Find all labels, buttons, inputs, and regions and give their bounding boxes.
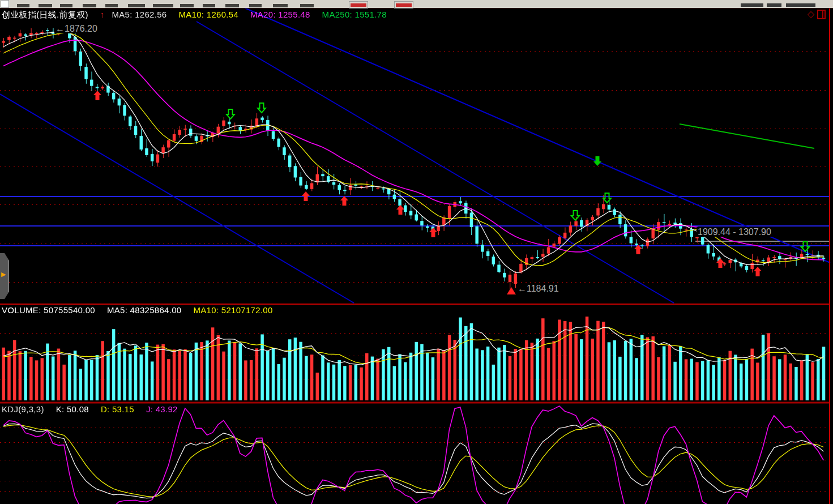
- chart-title: 创业板指(日线.前复权): [2, 10, 88, 19]
- toolbar-clipped-item-red[interactable]: [394, 1, 413, 8]
- main-chart-header: 创业板指(日线.前复权) ↑ MA5: 1262.56 MA10: 1260.5…: [2, 10, 387, 20]
- range-annotation-label: 1909.44 - 1307.90: [697, 227, 772, 237]
- toolbar-clipped-item[interactable]: [225, 4, 239, 7]
- volume-ma5-label[interactable]: MA5:: [107, 305, 127, 315]
- kdj-d-value: 53.15: [112, 404, 134, 414]
- toolbar-clipped-item[interactable]: [60, 4, 72, 7]
- ma20-label[interactable]: MA20:: [250, 10, 276, 19]
- panel-expand-tab[interactable]: ▶: [0, 253, 9, 299]
- ma5-value: 1262.56: [135, 10, 166, 19]
- toolbar: [0, 0, 833, 8]
- trough-price-label: ←1184.91: [516, 284, 560, 293]
- kdj-k-value: 50.08: [67, 404, 89, 414]
- kdj-panel-header: KDJ(9,3,3) K: 50.08 D: 53.15 J: 43.92: [2, 404, 178, 414]
- chart-canvas[interactable]: [0, 0, 833, 504]
- volume-ma10-label[interactable]: MA10:: [193, 305, 219, 315]
- kdj-k-label: K:: [56, 404, 65, 414]
- ma250-label[interactable]: MA250:: [322, 10, 353, 19]
- toolbar-clipped-item[interactable]: [105, 4, 118, 7]
- toolbar-clipped-item[interactable]: [128, 4, 145, 7]
- kdj-j-label: J:: [146, 404, 153, 414]
- toolbar-clipped-item[interactable]: [249, 4, 262, 7]
- expand-arrow-icon: ▶: [1, 271, 6, 277]
- toolbar-clipped-item[interactable]: [17, 4, 29, 7]
- toolbar-clipped-item[interactable]: [153, 4, 173, 7]
- toolbar-clipped-item[interactable]: [741, 3, 763, 7]
- toolbar-clipped-item[interactable]: [767, 3, 781, 7]
- toolbar-clipped-item[interactable]: [180, 4, 194, 7]
- toolbar-clipped-item[interactable]: [83, 4, 96, 7]
- window-icon[interactable]: [817, 10, 826, 19]
- diamond-icon[interactable]: ◇: [808, 10, 814, 19]
- volume-panel-header: VOLUME: 50755540.00 MA5: 48325864.00 MA1…: [2, 305, 273, 315]
- ma250-value: 1551.78: [355, 10, 387, 19]
- ma10-value: 1260.54: [207, 10, 238, 19]
- kdj-j-value: 43.92: [156, 404, 178, 414]
- peak-price-label: ←1876.20: [54, 24, 99, 33]
- ma10-label[interactable]: MA10:: [178, 10, 204, 19]
- volume-value: 50755540.00: [44, 305, 95, 315]
- toolbar-clipped-item[interactable]: [786, 3, 815, 7]
- toolbar-clipped-item[interactable]: [273, 4, 288, 7]
- toolbar-clipped-item[interactable]: [39, 4, 52, 7]
- volume-ma5-value: 48325864.00: [130, 305, 182, 315]
- toolbar-clipped-item[interactable]: [203, 4, 215, 7]
- pane-controls: ◇: [808, 9, 826, 19]
- toolbar-logo-box[interactable]: [1, 0, 9, 8]
- volume-label[interactable]: VOLUME:: [2, 305, 41, 315]
- toolbar-clipped-item-red[interactable]: [349, 1, 368, 8]
- ma20-value: 1255.48: [278, 10, 310, 19]
- volume-ma10-value: 52107172.00: [221, 305, 273, 315]
- kdj-name[interactable]: KDJ(9,3,3): [2, 404, 44, 414]
- kdj-d-label: D:: [101, 404, 110, 414]
- toolbar-clipped-item[interactable]: [300, 4, 314, 7]
- trend-up-arrow-icon: ↑: [100, 10, 105, 19]
- ma5-label[interactable]: MA5:: [112, 10, 132, 19]
